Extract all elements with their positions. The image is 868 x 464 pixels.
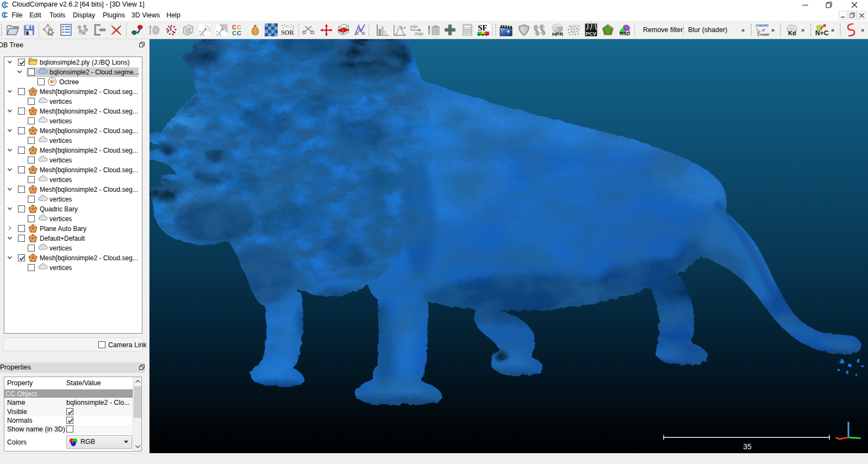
tree-visibility-checkbox[interactable] [18,108,25,115]
tree-item-label[interactable]: Mesh[bqlionsimple2 - Cloud.seg... [40,146,138,155]
tree-item-label[interactable]: vertices [49,97,72,106]
interpolate-colors-button[interactable] [265,23,278,36]
tree-item-label[interactable]: Mesh[bqlionsimple2 - Cloud.seg... [40,253,138,263]
tree-visibility-checkbox[interactable] [28,176,35,183]
tree-item-label[interactable]: Mesh[bqlionsimple2 - Cloud.seg... [40,185,138,195]
tree-visibility-checkbox[interactable] [18,225,25,232]
tree-item-label[interactable]: Mesh[bqlionsimple2 - Cloud.seg... [40,126,138,136]
menu-plugins[interactable]: Plugins [99,10,129,21]
segment-button[interactable] [353,23,366,36]
s-shader-button[interactable] [845,23,858,36]
tree-collapse-chevron-icon[interactable] [7,186,15,193]
tree-collapse-chevron-icon[interactable] [7,205,15,213]
menu-help[interactable]: Help [163,10,184,21]
tree-row[interactable]: vertices [4,175,142,185]
sor-filter-button[interactable]: SOR [281,23,294,36]
camera-link-checkbox[interactable] [98,341,105,348]
property-checkbox[interactable] [66,425,73,432]
tree-row[interactable]: vertices [4,263,142,273]
menu-file[interactable]: File [8,10,27,21]
tree-collapse-chevron-icon[interactable] [7,127,15,135]
tree-item-label[interactable]: vertices [49,155,72,165]
tree-row[interactable]: Mesh[bqlionsimple2 - Cloud.seg... [4,165,142,175]
tree-collapse-chevron-icon[interactable] [7,108,15,115]
tree-collapse-chevron-icon[interactable] [7,254,15,262]
rsd-button[interactable]: RSD [618,23,631,36]
tree-row[interactable]: Mesh[bqlionsimple2 - Cloud.seg... [4,146,142,155]
scroll-up-arrow[interactable] [133,377,142,386]
tree-item-label[interactable]: Default+Default [40,234,85,243]
properties-float-icon[interactable] [139,365,145,370]
tree-visibility-checkbox[interactable] [28,98,35,105]
toolbar-drag-handle[interactable] [1,24,3,36]
colors-dropdown[interactable]: RGB [66,435,132,449]
lion-mesh-3d-object[interactable]: 35 [149,39,868,453]
tree-row[interactable]: vertices [4,195,142,204]
toolbar-drag-handle[interactable] [495,24,497,36]
add-constant-sf-button[interactable] [444,23,457,36]
tree-item-label[interactable]: vertices [49,136,72,146]
open-file-button[interactable] [6,23,19,36]
mdi-minimize-button[interactable] [839,11,847,20]
convert-sf-to-color-button[interactable]: SF [477,23,490,36]
tree-item-label[interactable]: Quadric Bary [40,204,78,214]
tree-collapse-chevron-icon[interactable] [7,166,15,174]
tree-item-label[interactable]: bqlionsimple2 - Cloud.segme... [49,67,139,77]
tree-row[interactable]: vertices [4,243,142,253]
toolbar-drag-handle[interactable] [840,24,842,36]
tree-row[interactable]: Mesh[bqlionsimple2 - Cloud.seg... [4,253,142,263]
tree-visibility-checkbox[interactable] [28,137,35,144]
tree-visibility-checkbox[interactable] [28,68,35,76]
tree-row[interactable]: Mesh[bqlionsimple2 - Cloud.seg... [4,185,142,195]
tree-visibility-checkbox[interactable] [38,78,45,85]
db-tree-float-icon[interactable] [139,42,145,47]
tree-row[interactable]: Plane Auto Bary [4,224,142,234]
toggle-properties-list-button[interactable] [59,23,72,36]
scroll-down-arrow[interactable] [133,442,142,451]
tree-visibility-checkbox[interactable] [28,117,35,124]
tree-item-label[interactable]: Octree [59,77,79,87]
tree-collapse-chevron-icon[interactable] [7,59,15,66]
show-histogram-button[interactable] [376,23,389,36]
delete-scalar-field-button[interactable] [427,23,440,36]
poisson-reconstruction-button[interactable] [601,23,614,36]
m3c2-button[interactable]: M3C2 [567,23,580,36]
tree-row[interactable]: bqlionsimple2.ply (J:/BQ Lions) [4,58,142,67]
tree-item-label[interactable]: vertices [49,214,72,224]
menu-display[interactable]: Display [69,10,99,21]
cc-icons-button[interactable]: C C C C [231,23,244,36]
toolbar-extension-chevron[interactable]: » [801,26,807,34]
pick-rotation-center-button[interactable] [42,23,55,36]
tree-visibility-checkbox[interactable] [28,215,35,222]
save-button[interactable] [22,23,35,36]
pcv-button[interactable]: PCV [584,23,597,36]
toolbar-drag-handle[interactable] [810,24,813,36]
mdi-restore-button[interactable] [848,11,857,20]
tree-row[interactable]: Default+Default [4,234,142,243]
tree-row[interactable]: vertices [4,214,142,224]
compute-octree-button[interactable] [181,23,194,36]
subsample-cloud-button[interactable] [164,23,177,36]
tree-visibility-checkbox[interactable] [18,147,25,154]
tree-item-label[interactable]: Mesh[bqlionsimple2 - Cloud.seg... [40,87,138,97]
property-checkbox[interactable] [66,408,73,415]
menu-tools[interactable]: Tools [46,10,69,21]
tree-visibility-checkbox[interactable] [18,205,25,212]
tree-row[interactable]: vertices [4,136,142,146]
toolbar-drag-handle[interactable] [780,24,782,36]
tree-expand-chevron-icon[interactable] [7,225,15,233]
animation-button[interactable] [499,23,513,36]
kd-button[interactable]: Kd [785,23,798,36]
properties-scrollbar[interactable] [133,377,141,451]
tree-item-label[interactable]: vertices [49,175,72,185]
tree-item-label[interactable]: vertices [49,195,72,204]
apply-transformation-button[interactable] [93,23,106,36]
cloud-mesh-distance-button[interactable] [215,23,228,36]
tree-visibility-checkbox[interactable] [18,166,25,173]
scrollbar-thumb[interactable] [134,386,141,418]
tree-visibility-checkbox[interactable] [28,244,35,252]
cloud-cloud-distance-button[interactable] [198,23,211,36]
tree-visibility-checkbox[interactable] [18,127,25,134]
point-list-picking-button[interactable] [76,23,89,36]
menu-3d-views[interactable]: 3D Views [129,10,163,21]
